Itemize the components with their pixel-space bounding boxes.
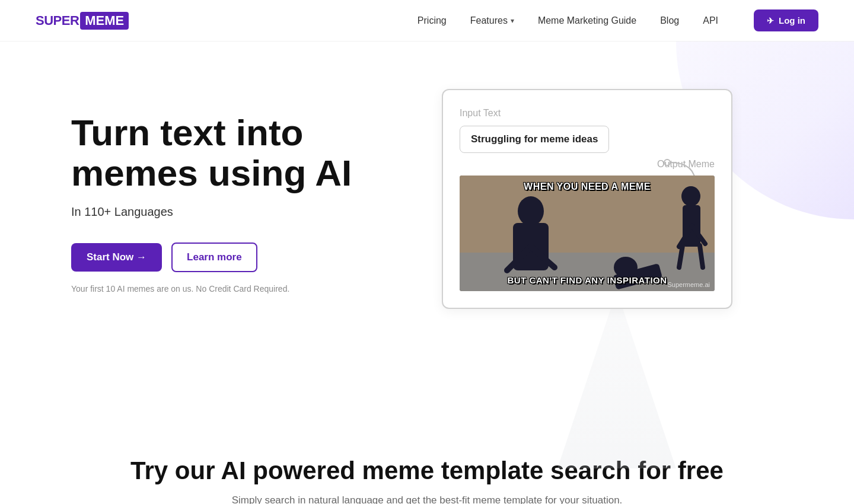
meme-output: WHEN YOU NEED A MEME BUT CAN'T FIND ANY … xyxy=(460,176,715,291)
nav-item-guide[interactable]: Meme Marketing Guide xyxy=(538,15,636,26)
hero-left: Turn text into memes using AI In 110+ La… xyxy=(71,89,380,294)
meme-text-bottom: BUT CAN'T FIND ANY INSPIRATION xyxy=(502,275,671,291)
input-label: Input Text xyxy=(460,108,715,119)
send-icon: ✈ xyxy=(767,16,774,25)
hero-note: Your first 10 AI memes are on us. No Cre… xyxy=(71,284,380,294)
svg-point-10 xyxy=(681,186,700,206)
hero-subtitle: In 110+ Languages xyxy=(71,205,380,219)
bottom-section: Try our AI powered meme template search … xyxy=(0,421,854,504)
meme-text-top: WHEN YOU NEED A MEME xyxy=(519,176,655,192)
svg-point-4 xyxy=(518,196,544,226)
nav-item-pricing[interactable]: Pricing xyxy=(418,15,447,26)
meme-watermark: Supermeme.ai xyxy=(667,281,710,288)
navbar: SUPER MEME Pricing Features ▾ Meme Marke… xyxy=(0,0,854,42)
nav-item-features[interactable]: Features ▾ xyxy=(470,15,514,26)
hero-section: Turn text into memes using AI In 110+ La… xyxy=(0,42,854,421)
nav-link-guide[interactable]: Meme Marketing Guide xyxy=(538,15,636,25)
demo-card: Input Text Struggling for meme ideas Out… xyxy=(442,89,732,309)
svg-line-15 xyxy=(700,245,703,267)
nav-item-blog[interactable]: Blog xyxy=(660,15,679,26)
nav-link-blog[interactable]: Blog xyxy=(660,15,679,25)
bottom-subtitle: Simply search in natural language and ge… xyxy=(71,495,783,504)
hero-title: Turn text into memes using AI xyxy=(71,113,380,193)
hero-right: Input Text Struggling for meme ideas Out… xyxy=(380,89,795,309)
logo-super: SUPER xyxy=(36,13,79,28)
learn-more-button[interactable]: Learn more xyxy=(171,243,257,272)
meme-figures-svg xyxy=(460,176,715,291)
logo[interactable]: SUPER MEME xyxy=(36,12,129,30)
logo-meme: MEME xyxy=(80,12,129,30)
bottom-title: Try our AI powered meme template search … xyxy=(71,457,783,485)
nav-item-api[interactable]: API xyxy=(703,15,718,26)
demo-input-display: Struggling for meme ideas xyxy=(460,126,609,153)
nav-link-features[interactable]: Features ▾ xyxy=(470,15,514,26)
start-now-button[interactable]: Start Now → xyxy=(71,243,162,272)
login-button[interactable]: ✈ Log in xyxy=(754,9,818,31)
chevron-down-icon: ▾ xyxy=(511,17,514,25)
hero-buttons: Start Now → Learn more xyxy=(71,243,380,272)
svg-point-0 xyxy=(664,160,670,165)
nav-link-api[interactable]: API xyxy=(703,15,718,25)
nav-links: Pricing Features ▾ Meme Marketing Guide … xyxy=(418,15,718,26)
nav-link-pricing[interactable]: Pricing xyxy=(418,15,447,25)
